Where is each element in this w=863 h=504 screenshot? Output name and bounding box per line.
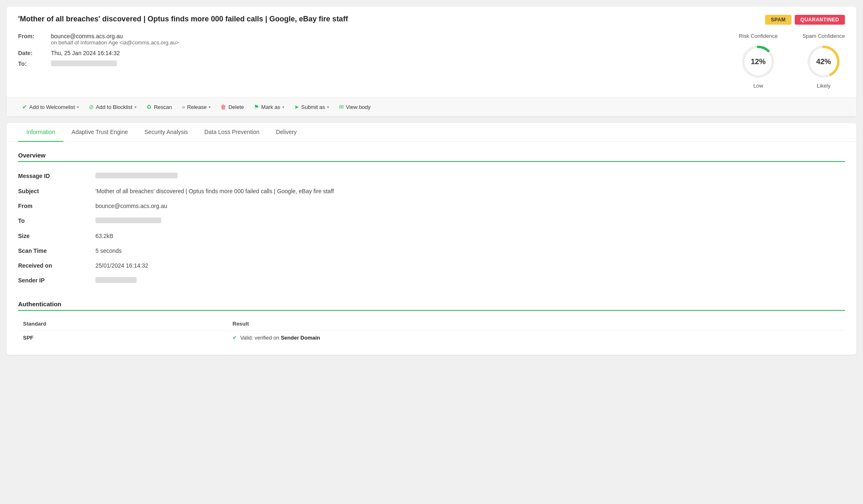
table-row: Size 63.2kB <box>18 229 845 243</box>
to-label: To: <box>18 60 51 67</box>
blocklist-button[interactable]: ⊘ Add to Blocklist ▾ <box>85 102 141 112</box>
table-row: Received on 25/01/2024 16:14:32 <box>18 258 845 273</box>
message-id-value <box>92 169 845 184</box>
mark-as-chevron: ▾ <box>282 105 284 109</box>
spam-badge: SPAM <box>765 15 791 25</box>
risk-gauge: 12% <box>740 43 777 80</box>
overview-title: Overview <box>18 152 845 159</box>
col-standard: Standard <box>18 317 227 331</box>
email-subject: 'Mother of all breaches' discovered | Op… <box>18 15 757 23</box>
meta-fields: From: bounce@comms.acs.org.au on behalf … <box>18 33 722 72</box>
delete-button[interactable]: 🗑 Delete <box>216 102 248 112</box>
mark-as-button[interactable]: ⚑ Mark as ▾ <box>250 102 288 112</box>
date-label: Date: <box>18 50 51 56</box>
tab-dlp[interactable]: Data Loss Prevention <box>196 123 268 142</box>
mark-as-icon: ⚑ <box>254 104 259 110</box>
tabs-bar: Information Adaptive Trust Engine Securi… <box>7 123 856 142</box>
subject-value: 'Mother of all breaches' discovered | Op… <box>92 184 845 199</box>
blocklist-chevron: ▾ <box>135 105 137 109</box>
submit-as-button[interactable]: ➤ Submit as ▾ <box>290 102 333 112</box>
spam-confidence: Spam Confidence 42% Likely <box>803 33 845 89</box>
release-chevron: ▾ <box>209 105 211 109</box>
subject-label: Subject <box>18 184 92 199</box>
to-label: To <box>18 213 92 229</box>
welcomelist-label: Add to Welcomelist <box>29 104 75 110</box>
release-icon: » <box>182 104 185 110</box>
tab-adaptive-trust[interactable]: Adaptive Trust Engine <box>63 123 136 142</box>
rescan-button[interactable]: ♻ Rescan <box>142 102 176 112</box>
tab-delivery[interactable]: Delivery <box>268 123 305 142</box>
from-value: bounce@comms.acs.org.au <box>92 199 845 213</box>
view-body-label: View body <box>346 104 371 110</box>
mark-as-label: Mark as <box>261 104 280 110</box>
welcomelist-button[interactable]: ✔ Add to Welcomelist ▾ <box>18 102 83 112</box>
blocklist-icon: ⊘ <box>89 104 94 110</box>
table-row: SPF ✔ Valid: verified on Sender Domain <box>18 331 845 345</box>
release-label: Release <box>187 104 207 110</box>
tab-security-analysis[interactable]: Security Analysis <box>136 123 196 142</box>
welcomelist-chevron: ▾ <box>77 105 79 109</box>
badge-group: SPAM QUARANTINED <box>765 15 845 25</box>
rescan-icon: ♻ <box>146 104 152 110</box>
spf-bold-text: Sender Domain <box>281 335 320 341</box>
message-id-label: Message ID <box>18 169 92 184</box>
auth-title: Authentication <box>18 301 845 307</box>
risk-confidence: Risk Confidence 12% Low <box>739 33 778 89</box>
table-row: Subject 'Mother of all breaches' discove… <box>18 184 845 199</box>
toolbar: ✔ Add to Welcomelist ▾ ⊘ Add to Blocklis… <box>7 97 856 116</box>
table-row: From bounce@comms.acs.org.au <box>18 199 845 213</box>
scan-time-value: 5 seconds <box>92 243 845 258</box>
from-label: From <box>18 199 92 213</box>
size-label: Size <box>18 229 92 243</box>
overview-table: Message ID Subject 'Mother of all breach… <box>18 169 845 288</box>
confidence-group: Risk Confidence 12% Low Spam Confidence <box>739 33 845 89</box>
spf-result: ✔ Valid: verified on Sender Domain <box>227 331 845 345</box>
release-button[interactable]: » Release ▾ <box>178 102 215 112</box>
sender-ip-value <box>92 273 845 288</box>
content-area: Overview Message ID Subject 'Mother of a… <box>7 142 856 355</box>
from-value: bounce@comms.acs.org.au on behalf of Inf… <box>51 33 179 46</box>
spam-sublabel: Likely <box>803 83 845 89</box>
table-row: Scan Time 5 seconds <box>18 243 845 258</box>
to-value <box>92 213 845 229</box>
submit-as-chevron: ▾ <box>327 105 329 109</box>
col-result: Result <box>227 317 845 331</box>
spam-value: 42% <box>816 58 831 66</box>
risk-sublabel: Low <box>739 83 778 89</box>
table-row: Message ID <box>18 169 845 184</box>
valid-check-icon: ✔ <box>232 335 237 341</box>
table-row: Sender IP <box>18 273 845 288</box>
spf-result-text: Valid: verified on <box>240 335 279 341</box>
spam-gauge: 42% <box>805 43 842 80</box>
tab-information[interactable]: Information <box>18 123 63 142</box>
delete-icon: 🗑 <box>220 104 226 110</box>
received-on-value: 25/01/2024 16:14:32 <box>92 258 845 273</box>
scan-time-label: Scan Time <box>18 243 92 258</box>
to-value <box>51 60 117 67</box>
view-body-icon: ✉ <box>339 104 344 110</box>
delete-label: Delete <box>228 104 244 110</box>
from-label: From: <box>18 33 51 39</box>
spf-label: SPF <box>18 331 227 345</box>
risk-value: 12% <box>751 58 766 66</box>
blocklist-label: Add to Blocklist <box>96 104 132 110</box>
submit-as-label: Submit as <box>301 104 325 110</box>
table-row: To <box>18 213 845 229</box>
auth-table: Standard Result SPF ✔ Valid: verified on… <box>18 317 845 345</box>
welcomelist-icon: ✔ <box>22 104 27 110</box>
size-value: 63.2kB <box>92 229 845 243</box>
rescan-label: Rescan <box>154 104 172 110</box>
view-body-button[interactable]: ✉ View body <box>335 102 375 112</box>
submit-as-icon: ➤ <box>294 104 299 110</box>
received-on-label: Received on <box>18 258 92 273</box>
date-value: Thu, 25 Jan 2024 16:14:32 <box>51 50 120 56</box>
sender-ip-label: Sender IP <box>18 273 92 288</box>
quarantined-badge: QUARANTINED <box>795 15 845 25</box>
